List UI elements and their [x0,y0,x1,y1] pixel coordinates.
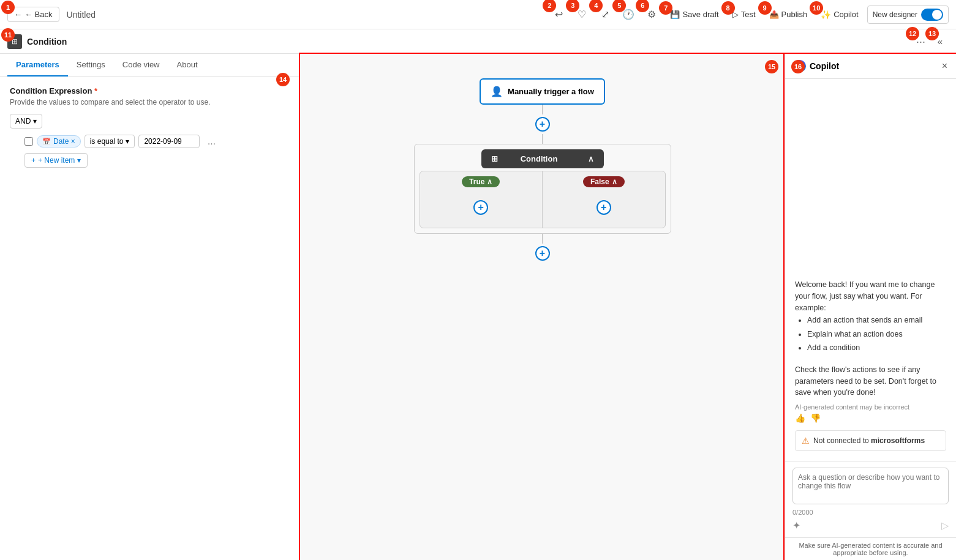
badge-11: 11 [1,28,15,42]
new-item-label: + New item [38,156,75,165]
copilot-input[interactable] [792,468,949,504]
not-connected-bar: ⚠ Not connected to microsoftforms [795,430,946,451]
new-designer-label: New designer [873,10,917,19]
add-true-step-button[interactable]: + [473,200,488,215]
condition-checkbox[interactable] [24,137,33,146]
condition-title: Condition [27,37,67,47]
save-icon: 💾 [670,10,680,19]
badge-15: 15 [765,60,778,73]
feedback-row: 👍 👎 [795,413,946,423]
condition-sublabel: Provide the values to compare and select… [10,98,290,106]
condition-block: ⊞ Condition ∧ True ∧ + [414,144,671,234]
ai-notice: AI-generated content may be incorrect [795,403,946,411]
connector-2: + [535,234,550,263]
example-1: Add an action that sends an email [807,313,946,327]
badge-13: 13 [925,27,939,40]
not-connected-label: Not connected to [813,436,869,445]
send-button[interactable]: ▷ [941,520,949,531]
brand-name: microsoftforms [871,436,925,445]
copilot-input-row: ✦ ▷ [792,520,949,531]
add-step-button-1[interactable]: + [535,117,550,132]
value-input[interactable] [138,135,200,148]
row-more-button[interactable]: … [203,135,219,147]
new-item-plus-icon: + [31,156,36,165]
trigger-label: Manually trigger a flow [508,87,594,96]
char-count: 0/2000 [792,509,949,516]
badge-9: 9 [758,1,772,15]
badge-10-pos: 10 [810,1,823,15]
new-item-chevron-icon: ▾ [77,156,81,165]
true-chevron-icon: ∧ [487,177,492,186]
copilot-title: Copilot [810,61,839,71]
true-branch: True ∧ + [420,171,543,228]
operator-dropdown[interactable]: is equal to ▾ [85,135,135,148]
tab-bar: Parameters Settings Code view About [0,54,299,77]
thumbs-down-button[interactable]: 👎 [810,413,821,423]
ai-warning: Make sure AI-generated content is accura… [785,537,956,560]
new-designer-toggle[interactable] [921,9,943,21]
condition-node[interactable]: ⊞ Condition ∧ [481,149,604,168]
copilot-examples-list: Add an action that sends an email Explai… [795,313,946,355]
and-label: AND [15,117,31,125]
badge-14: 14 [276,73,290,86]
trigger-node[interactable]: 👤 Manually trigger a flow [480,78,605,105]
trigger-icon: 👤 [491,86,503,97]
tab-settings[interactable]: Settings [68,54,114,77]
tab-about[interactable]: About [168,54,206,77]
true-branch-content: + [425,192,538,223]
example-3: Add a condition [807,341,946,355]
false-text: False [590,177,609,186]
thumbs-up-button[interactable]: 👍 [795,413,805,423]
save-draft-button[interactable]: 💾 Save draft [665,7,723,21]
warning-icon: ⚠ [802,436,810,446]
condition-grid-icon: ⊞ [491,154,498,163]
false-branch: False ∧ + [543,171,665,228]
copilot-header: ✦ Copilot × [785,54,956,79]
false-label[interactable]: False ∧ [583,176,625,187]
badge-12: 12 [906,27,919,40]
badge-1: 1 [1,1,15,14]
badge-16: 16 [791,60,805,73]
copilot-panel: 16 ✦ Copilot × Welcome back! If you want… [785,54,956,560]
operator-chevron-icon: ▾ [126,137,129,146]
spark-button[interactable]: ✦ [792,520,800,531]
add-step-button-2[interactable]: + [535,246,550,261]
example-2: Explain what an action does [807,327,946,342]
save-draft-label: Save draft [682,10,718,19]
copilot-footer: 0/2000 ✦ ▷ [785,461,956,537]
flow-canvas[interactable]: 15 👤 Manually trigger a flow + ⊞ [300,54,785,560]
copilot-close-button[interactable]: × [942,61,947,72]
copilot-welcome-message: Welcome back! If you want me to change y… [795,279,946,313]
and-dropdown[interactable]: AND ▾ [10,114,42,129]
condition-branches: True ∧ + False ∧ + [420,171,666,228]
back-icon: ← [14,10,22,19]
operator-label: is equal to [90,137,124,146]
tab-code-view[interactable]: Code view [114,54,168,77]
condition-expression-label: Condition Expression * [10,86,290,95]
test-label: Test [741,10,756,19]
true-text: True [469,177,484,186]
canvas-inner: 👤 Manually trigger a flow + ⊞ Condition … [300,54,785,560]
badge-8: 8 [721,1,735,15]
copilot-followup: Check the flow's actions to see if any p… [795,364,946,398]
condition-chevron-icon: ∧ [588,154,594,163]
and-chevron-icon: ▾ [33,117,37,125]
true-label[interactable]: True ∧ [462,176,500,187]
condition-row: 📅 Date × is equal to ▾ … [24,135,290,148]
condition-node-label: Condition [521,154,558,163]
flow-title: Untitled [67,10,96,20]
tab-parameters[interactable]: Parameters [7,54,68,77]
required-asterisk: * [94,86,97,95]
add-false-step-button[interactable]: + [597,200,611,215]
false-chevron-icon: ∧ [612,177,617,186]
back-button[interactable]: ← ← Back [7,7,59,22]
copilot-label: Copilot [834,10,858,19]
date-chip[interactable]: 📅 Date × [37,135,81,147]
trigger-node-container: 👤 Manually trigger a flow [480,78,605,105]
date-chip-label: Date × [53,137,75,146]
back-label: ← Back [24,10,53,19]
copilot-body: Welcome back! If you want me to change y… [785,79,956,461]
date-icon: 📅 [42,138,51,146]
not-connected-text: Not connected to microsoftforms [813,436,925,445]
new-item-button[interactable]: + + New item ▾ [24,153,88,168]
